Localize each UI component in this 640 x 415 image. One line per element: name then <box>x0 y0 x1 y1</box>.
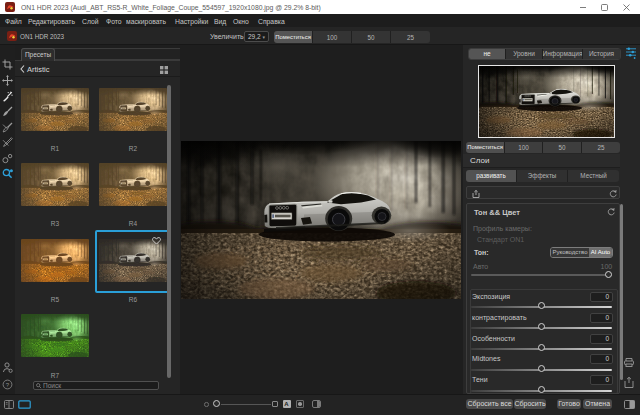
svg-text:?: ? <box>6 381 10 387</box>
